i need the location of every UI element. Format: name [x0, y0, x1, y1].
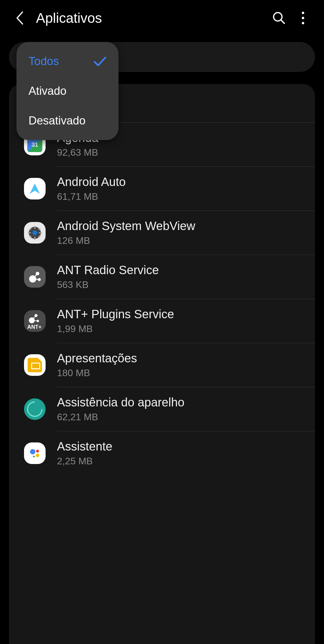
app-list-panel: do Android 31Agenda92,63 MBAndroid Auto6…	[9, 84, 315, 644]
svg-text:ANT+: ANT+	[27, 324, 42, 330]
app-size-label: 563 KB	[57, 279, 300, 290]
app-size-label: 1,99 MB	[57, 323, 300, 334]
app-size-label: 61,71 MB	[57, 191, 300, 202]
app-icon	[24, 398, 46, 420]
app-name-label: ANT Radio Service	[57, 263, 300, 277]
search-icon	[272, 11, 286, 25]
svg-point-25	[30, 449, 35, 454]
dropdown-item-desativado[interactable]: Desativado	[16, 106, 118, 136]
svg-rect-8	[28, 232, 31, 233]
app-icon: ANT+	[24, 310, 46, 332]
app-name-label: Android Auto	[57, 175, 300, 189]
app-row[interactable]: Assistente2,25 MB	[9, 431, 315, 475]
dropdown-item-label: Todos	[28, 55, 59, 68]
back-icon	[15, 11, 24, 25]
app-info: Assistência do aparelho62,21 MB	[57, 396, 300, 423]
app-icon	[24, 442, 46, 464]
back-button[interactable]	[12, 10, 27, 25]
app-info: ANT+ Plugins Service1,99 MB	[57, 307, 300, 334]
search-button[interactable]	[270, 9, 288, 27]
app-size-label: 62,21 MB	[57, 412, 300, 423]
app-row[interactable]: Android Auto61,71 MB	[9, 167, 315, 211]
svg-rect-7	[34, 237, 35, 240]
dropdown-item-label: Desativado	[28, 114, 86, 127]
dropdown-item-label: Ativado	[28, 85, 67, 97]
app-size-label: 126 MB	[57, 235, 300, 246]
more-icon	[302, 11, 304, 25]
app-icon	[24, 222, 46, 244]
app-name-label: Assistente	[57, 440, 300, 453]
app-row[interactable]: Android System WebView126 MB	[9, 211, 315, 255]
app-info: Android System WebView126 MB	[57, 219, 300, 246]
app-name-label: Android System WebView	[57, 219, 300, 233]
svg-point-1	[302, 12, 304, 14]
svg-point-27	[36, 454, 39, 457]
app-info: Assistente2,25 MB	[57, 440, 300, 467]
app-row[interactable]: ANT Radio Service563 KB	[9, 255, 315, 299]
svg-point-3	[302, 22, 304, 24]
dropdown-item-ativado[interactable]: Ativado	[16, 76, 118, 106]
app-size-label: 2,25 MB	[57, 456, 300, 467]
filter-dropdown-menu: TodosAtivadoDesativado	[16, 42, 118, 140]
app-icon	[24, 266, 46, 288]
svg-line-18	[33, 279, 39, 280]
app-info: Apresentações180 MB	[57, 352, 300, 379]
svg-rect-9	[39, 232, 42, 233]
svg-point-5	[32, 230, 37, 235]
app-row[interactable]: ANT+ANT+ Plugins Service1,99 MB	[9, 299, 315, 343]
app-size-label: 180 MB	[57, 367, 300, 379]
app-info: Android Auto61,71 MB	[57, 175, 300, 202]
app-name-label: Apresentações	[57, 352, 300, 365]
dropdown-item-todos[interactable]: Todos	[16, 46, 118, 76]
app-icon	[24, 354, 46, 376]
app-size-label: 92,63 MB	[57, 147, 300, 158]
svg-point-2	[302, 17, 304, 19]
app-name-label: Assistência do aparelho	[57, 396, 300, 409]
more-options-button[interactable]	[294, 9, 312, 27]
app-list: 31Agenda92,63 MBAndroid Auto61,71 MBAndr…	[9, 123, 315, 475]
svg-point-28	[33, 456, 35, 457]
app-icon	[24, 178, 46, 199]
svg-rect-6	[34, 226, 35, 229]
page-title: Aplicativos	[36, 10, 264, 26]
app-name-label: ANT+ Plugins Service	[57, 307, 300, 321]
svg-point-26	[36, 450, 39, 453]
app-row[interactable]: Assistência do aparelho62,21 MB	[9, 387, 315, 431]
check-icon	[93, 56, 106, 67]
app-row[interactable]: Apresentações180 MB	[9, 343, 315, 387]
app-header: Aplicativos	[0, 0, 324, 36]
app-info: ANT Radio Service563 KB	[57, 263, 300, 290]
